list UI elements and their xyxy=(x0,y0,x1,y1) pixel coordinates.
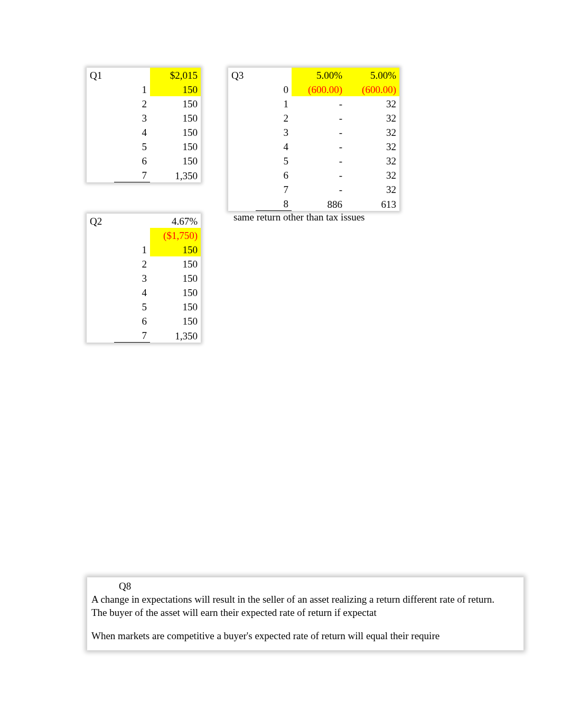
q1-idx-2: 2 xyxy=(114,96,150,110)
q2-idx-5: 5 xyxy=(114,299,150,314)
q1-val-1: 150 xyxy=(150,82,201,96)
q3-idx-2: 2 xyxy=(256,110,292,125)
q2-val-2: 150 xyxy=(150,256,201,271)
q1-val-3: 150 xyxy=(150,110,201,125)
q8-label: Q8 xyxy=(91,580,519,592)
q1-table: Q1 $2,015 1 150 2 150 3 150 4 150 5 150 … xyxy=(87,68,201,182)
q3-b-0: (600.00) xyxy=(345,82,399,96)
q2-idx-3: 3 xyxy=(114,271,150,285)
q1-val-2: 150 xyxy=(150,96,201,110)
q2-val-3: 150 xyxy=(150,271,201,285)
q2-idx-0 xyxy=(114,228,150,242)
q1-idx-5: 5 xyxy=(114,139,150,153)
q2-label: Q2 xyxy=(87,214,114,228)
q3-caption: same return other than tax issues xyxy=(233,211,365,223)
q3-idx-5: 5 xyxy=(256,153,292,168)
q1-val-6: 150 xyxy=(150,153,201,168)
q3-b-8: 613 xyxy=(345,196,399,211)
q3-table: Q3 5.00% 5.00% 0 (600.00) (600.00) 1 - 3… xyxy=(228,68,399,211)
q1-idx-6: 6 xyxy=(114,153,150,168)
q3-a-8: 886 xyxy=(292,196,345,211)
q2-header-val: 4.67% xyxy=(150,214,201,228)
q2-idx-7: 7 xyxy=(114,328,150,343)
q2-val-7: 1,350 xyxy=(150,328,201,343)
q2-val-0: ($1,750) xyxy=(150,228,201,242)
q3-a-4: - xyxy=(292,139,345,153)
q3-a-5: - xyxy=(292,153,345,168)
q3-b-5: 32 xyxy=(345,153,399,168)
q3-b-2: 32 xyxy=(345,110,399,125)
q3-a-1: - xyxy=(292,96,345,110)
q1-val-0: $2,015 xyxy=(150,68,201,82)
q1-idx-7: 7 xyxy=(114,168,150,182)
q3-a-0: (600.00) xyxy=(292,82,345,96)
q3-idx-8: 8 xyxy=(256,196,292,211)
q8-para-1: A change in expectations will result in … xyxy=(91,593,519,619)
q3-idx-4: 4 xyxy=(256,139,292,153)
q2-val-1: 150 xyxy=(150,242,201,256)
q1-label: Q1 xyxy=(87,68,114,82)
q2-table: Q2 4.67% ($1,750) 1 150 2 150 3 150 4 15… xyxy=(87,214,201,343)
q3-idx-0: 0 xyxy=(256,82,292,96)
q3-idx-7: 7 xyxy=(256,182,292,196)
q3-b-7: 32 xyxy=(345,182,399,196)
q1-idx-4: 4 xyxy=(114,125,150,139)
q1-idx-3: 3 xyxy=(114,110,150,125)
q1-val-5: 150 xyxy=(150,139,201,153)
q2-idx-4: 4 xyxy=(114,285,150,299)
q2-idx-1: 1 xyxy=(114,242,150,256)
q3-a-2: - xyxy=(292,110,345,125)
q8-para-2: When markets are competitive a buyer's e… xyxy=(91,630,519,643)
q2-val-4: 150 xyxy=(150,285,201,299)
q3-a-7: - xyxy=(292,182,345,196)
q2-val-6: 150 xyxy=(150,314,201,328)
q1-idx-1: 1 xyxy=(114,82,150,96)
q3-header-b: 5.00% xyxy=(345,68,399,82)
q3-a-6: - xyxy=(292,168,345,182)
q3-a-3: - xyxy=(292,125,345,139)
q2-idx-6: 6 xyxy=(114,314,150,328)
q2-idx-2: 2 xyxy=(114,256,150,271)
q3-b-3: 32 xyxy=(345,125,399,139)
q1-idx-0 xyxy=(114,68,150,82)
q3-idx-6: 6 xyxy=(256,168,292,182)
q3-header-a: 5.00% xyxy=(292,68,345,82)
q1-val-7: 1,350 xyxy=(150,168,201,182)
q3-idx-3: 3 xyxy=(256,125,292,139)
q3-b-1: 32 xyxy=(345,96,399,110)
q3-b-6: 32 xyxy=(345,168,399,182)
q8-box: Q8 A change in expectations will result … xyxy=(87,577,523,650)
q3-b-4: 32 xyxy=(345,139,399,153)
q1-val-4: 150 xyxy=(150,125,201,139)
q3-label: Q3 xyxy=(228,68,256,82)
q3-idx-1: 1 xyxy=(256,96,292,110)
q2-val-5: 150 xyxy=(150,299,201,314)
